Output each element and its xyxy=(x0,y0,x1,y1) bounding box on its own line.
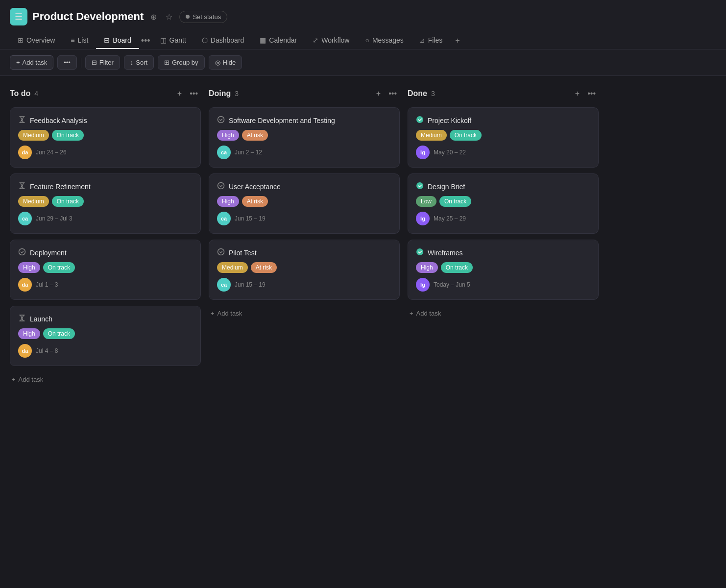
add-task-label-done: Add task xyxy=(416,310,441,317)
toolbar: + Add task ••• ⊟ Filter ↕ Sort ⊞ Group b… xyxy=(0,49,726,76)
card-icon-feedback-analysis xyxy=(18,116,26,125)
svg-point-5 xyxy=(416,182,423,189)
status-tag-pilot-test: At risk xyxy=(251,262,277,273)
priority-tag-software-dev: High xyxy=(217,130,239,141)
card-design-brief[interactable]: Design Brief Low On track lg May 25 – 29 xyxy=(408,173,599,234)
column-count-todo: 4 xyxy=(34,90,38,98)
card-date-launch: Jul 4 – 8 xyxy=(36,347,58,354)
card-title-text-project-kickoff: Project Kickoff xyxy=(428,117,471,124)
card-title-row-user-acceptance: User Acceptance xyxy=(217,182,391,191)
tab-gantt-label: Gantt xyxy=(169,36,186,44)
status-tag-user-acceptance: At risk xyxy=(242,196,268,207)
priority-tag-feature-refinement: Medium xyxy=(18,196,49,207)
card-user-acceptance[interactable]: User Acceptance High At risk ca Jun 15 –… xyxy=(209,173,400,234)
card-pilot-test[interactable]: Pilot Test Medium At risk ca Jun 15 – 19 xyxy=(209,240,400,300)
add-task-button-doing[interactable]: + Add task xyxy=(209,306,400,321)
card-footer-feature-refinement: ca Jun 29 – Jul 3 xyxy=(18,212,193,225)
add-task-label: Add task xyxy=(23,59,48,66)
add-tab-button[interactable]: + xyxy=(452,35,462,47)
more-options-button[interactable]: ••• xyxy=(57,55,77,70)
card-icon-user-acceptance xyxy=(217,182,225,191)
tab-files[interactable]: ⊿ Files xyxy=(411,32,451,49)
card-icon-deployment xyxy=(18,248,26,257)
sort-icon: ↕ xyxy=(130,59,134,66)
tab-messages-label: Messages xyxy=(372,36,404,44)
avatar-feedback-analysis: da xyxy=(18,146,32,159)
column-actions-doing: + ••• xyxy=(373,88,400,99)
tab-board[interactable]: ⊟ Board xyxy=(96,32,139,49)
add-task-toolbar-button[interactable]: + Add task xyxy=(10,55,53,70)
hide-label: Hide xyxy=(223,59,236,66)
card-tags-project-kickoff: Medium On track xyxy=(416,130,590,141)
filter-button[interactable]: ⊟ Filter xyxy=(85,55,120,70)
column-add-button-doing[interactable]: + xyxy=(373,88,384,99)
svg-point-0 xyxy=(19,249,25,255)
tab-gantt[interactable]: ◫ Gantt xyxy=(152,32,194,49)
title-row: ☰ Product Development ⊕ ☆ Set status xyxy=(10,8,716,25)
add-task-label-todo: Add task xyxy=(19,376,44,383)
sort-label: Sort xyxy=(136,59,147,66)
card-feature-refinement[interactable]: Feature Refinement Medium On track ca Ju… xyxy=(10,173,201,234)
group-by-button[interactable]: ⊞ Group by xyxy=(158,55,204,70)
card-date-project-kickoff: May 20 – 22 xyxy=(434,149,466,156)
app-header: ☰ Product Development ⊕ ☆ Set status ⊞ O… xyxy=(0,0,726,49)
column-more-button-done[interactable]: ••• xyxy=(584,88,599,99)
column-add-button-done[interactable]: + xyxy=(572,88,582,99)
priority-tag-project-kickoff: Medium xyxy=(416,130,447,141)
more-tabs-button[interactable]: ••• xyxy=(139,34,152,48)
card-tags-launch: High On track xyxy=(18,328,193,339)
column-more-button-doing[interactable]: ••• xyxy=(386,88,400,99)
column-title-todo: To do xyxy=(10,89,30,98)
card-footer-pilot-test: ca Jun 15 – 19 xyxy=(217,278,391,292)
tab-workflow[interactable]: ⤢ Workflow xyxy=(305,32,357,49)
card-project-kickoff[interactable]: Project Kickoff Medium On track lg May 2… xyxy=(408,107,599,168)
card-deployment[interactable]: Deployment High On track da Jul 1 – 3 xyxy=(10,240,201,300)
set-status-button[interactable]: Set status xyxy=(179,11,227,23)
column-title-area-doing: Doing 3 xyxy=(209,89,239,98)
card-icon-software-dev xyxy=(217,116,225,125)
column-title-done: Done xyxy=(408,89,427,98)
card-footer-software-dev: ca Jun 2 – 12 xyxy=(217,146,391,159)
filter-label: Filter xyxy=(99,59,114,66)
avatar-user-acceptance: ca xyxy=(217,212,231,225)
card-tags-deployment: High On track xyxy=(18,262,193,273)
tab-dashboard-label: Dashboard xyxy=(211,36,244,44)
status-tag-feature-refinement: On track xyxy=(52,196,84,207)
card-footer-deployment: da Jul 1 – 3 xyxy=(18,278,193,292)
calendar-icon: ▦ xyxy=(260,36,266,44)
card-tags-feature-refinement: Medium On track xyxy=(18,196,193,207)
card-date-wireframes: Today – Jun 5 xyxy=(434,281,470,288)
card-software-dev[interactable]: Software Development and Testing High At… xyxy=(209,107,400,168)
svg-point-2 xyxy=(218,183,224,189)
separator-1 xyxy=(81,58,81,68)
add-task-button-done[interactable]: + Add task xyxy=(408,306,599,321)
column-more-button-todo[interactable]: ••• xyxy=(187,88,201,99)
card-launch[interactable]: Launch High On track da Jul 4 – 8 xyxy=(10,306,201,366)
avatar-project-kickoff: lg xyxy=(416,146,430,159)
card-feedback-analysis[interactable]: Feedback Analysis Medium On track da Jun… xyxy=(10,107,201,168)
add-task-button-todo[interactable]: + Add task xyxy=(10,372,201,387)
tab-overview[interactable]: ⊞ Overview xyxy=(10,32,63,49)
tab-list[interactable]: ≡ List xyxy=(63,32,96,49)
column-done: Done 3 + ••• Project Kickoff Medium On t… xyxy=(408,86,599,321)
avatar-software-dev: ca xyxy=(217,146,231,159)
hide-button[interactable]: ◎ Hide xyxy=(209,55,242,70)
tab-calendar[interactable]: ▦ Calendar xyxy=(252,32,305,49)
tab-dashboard[interactable]: ⬡ Dashboard xyxy=(194,32,252,49)
card-tags-wireframes: High On track xyxy=(416,262,590,273)
card-footer-project-kickoff: lg May 20 – 22 xyxy=(416,146,590,159)
filter-icon: ⊟ xyxy=(92,59,97,66)
tab-messages[interactable]: ○ Messages xyxy=(357,32,411,49)
card-date-deployment: Jul 1 – 3 xyxy=(36,281,58,288)
sort-button[interactable]: ↕ Sort xyxy=(124,55,154,70)
add-icon: + xyxy=(16,59,20,66)
show-hide-button[interactable]: ⊕ xyxy=(148,10,159,24)
card-footer-user-acceptance: ca Jun 15 – 19 xyxy=(217,212,391,225)
status-tag-design-brief: On track xyxy=(439,196,471,207)
favorite-button[interactable]: ☆ xyxy=(164,10,174,24)
card-wireframes[interactable]: Wireframes High On track lg Today – Jun … xyxy=(408,240,599,300)
column-add-button-todo[interactable]: + xyxy=(174,88,185,99)
card-title-text-feedback-analysis: Feedback Analysis xyxy=(30,117,87,124)
card-title-text-pilot-test: Pilot Test xyxy=(229,249,257,257)
svg-point-1 xyxy=(218,117,224,123)
